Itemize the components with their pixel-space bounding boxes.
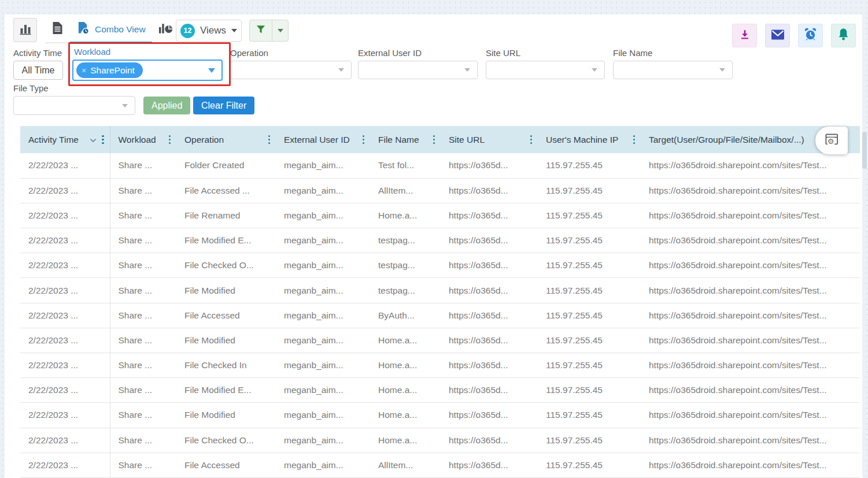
file-type-select[interactable] [13, 96, 135, 115]
column-header-operation[interactable]: Operation [176, 126, 276, 153]
table-cell: meganb_aim... [276, 153, 370, 178]
table-row[interactable]: 2/22/2023 ...Share ...File Accessedmegan… [20, 453, 860, 477]
filter-button[interactable] [250, 20, 272, 41]
table-row[interactable]: 2/22/2023 ...Share ...File Checked Inmeg… [20, 353, 860, 378]
table-cell: Share ... [110, 428, 176, 453]
table-row[interactable]: 2/22/2023 ...Share ...File Modifiedmegan… [20, 278, 860, 303]
column-menu-icon[interactable] [101, 134, 105, 146]
column-chooser-button[interactable]: ⚙ [815, 127, 848, 154]
column-menu-icon[interactable] [267, 134, 272, 146]
table-cell: Home.a... [370, 353, 441, 378]
workload-select[interactable]: × SharePoint [72, 60, 223, 81]
chevron-down-icon [338, 68, 344, 72]
chart-view-button[interactable] [13, 18, 37, 42]
document-icon [51, 21, 64, 37]
table-cell: https://o365d... [441, 178, 538, 203]
clear-filter-button[interactable]: Clear Filter [193, 97, 254, 114]
download-icon [738, 28, 751, 43]
table-row[interactable]: 2/22/2023 ...Share ...Folder Createdmega… [20, 153, 860, 178]
tab-combo-view[interactable]: Combo View [70, 17, 152, 43]
table-cell: https://o365droid.sharepoint.com/sites/T… [641, 228, 860, 253]
filter-dropdown-button[interactable] [272, 20, 288, 41]
table-cell: 115.97.255.45 [538, 378, 641, 403]
bar-chart-icon [19, 22, 32, 38]
table-cell: 2/22/2023 ... [20, 153, 110, 178]
external-user-id-select[interactable] [358, 61, 478, 79]
table-cell: Share ... [110, 328, 176, 353]
funnel-icon [255, 24, 267, 38]
table-cell: https://o365d... [441, 453, 538, 477]
table-row[interactable]: 2/22/2023 ...Share ...File Accessed ...m… [20, 178, 860, 203]
table-cell: File Modified [176, 328, 276, 353]
external-user-id-label: External User ID [358, 48, 422, 58]
table-cell: 2/22/2023 ... [20, 428, 110, 453]
chevron-down-icon [231, 29, 237, 32]
chevron-down-icon [719, 68, 725, 72]
download-button[interactable] [732, 24, 757, 47]
schedule-button[interactable] [798, 24, 823, 47]
remove-chip-icon[interactable]: × [82, 66, 86, 75]
table-row[interactable]: 2/22/2023 ...Share ...File Modifiedmegan… [20, 328, 860, 353]
table-cell: meganb_aim... [276, 428, 370, 453]
table-row[interactable]: 2/22/2023 ...Share ...File Modified E...… [20, 228, 860, 253]
site-url-select[interactable] [486, 61, 605, 79]
table-cell: 2/22/2023 ... [20, 178, 110, 203]
alerts-button[interactable] [831, 24, 856, 47]
table-cell: Test fol... [370, 153, 441, 178]
file-name-label: File Name [613, 48, 652, 58]
table-cell: testpag... [370, 253, 441, 278]
table-cell: File Modified [176, 278, 276, 303]
table-row[interactable]: 2/22/2023 ...Share ...File Modified E...… [20, 378, 860, 403]
table-cell: ByAuth... [370, 303, 441, 328]
column-header-workload[interactable]: Workload [110, 126, 176, 153]
table-header-row: Activity Time Workload Operation [20, 126, 860, 153]
column-menu-icon[interactable] [432, 134, 437, 146]
report-actions [732, 24, 856, 47]
table-cell: Share ... [110, 203, 176, 228]
table-cell: https://o365droid.sharepoint.com/sites/T… [641, 453, 860, 477]
column-header-site-url[interactable]: Site URL [441, 126, 538, 153]
table-row[interactable]: 2/22/2023 ...Share ...File Renamedmeganb… [20, 203, 860, 228]
column-header-external-user-id[interactable]: External User ID [276, 126, 370, 153]
site-url-label: Site URL [486, 48, 520, 58]
table-cell: https://o365d... [441, 278, 538, 303]
table-cell: 2/22/2023 ... [20, 378, 110, 403]
table-cell: meganb_aim... [276, 403, 370, 428]
views-dropdown[interactable]: 12 Views [176, 20, 242, 42]
table-row[interactable]: 2/22/2023 ...Share ...File Checked O...m… [20, 428, 860, 453]
vertical-scrollbar[interactable] [862, 132, 867, 169]
column-header-users-machine-ip[interactable]: User's Machine IP [538, 126, 641, 153]
table-row[interactable]: 2/22/2023 ...Share ...File Checked O...m… [20, 253, 860, 278]
applied-button[interactable]: Applied [143, 97, 190, 114]
column-menu-icon[interactable] [632, 134, 637, 146]
tab-report[interactable] [45, 17, 70, 43]
chevron-down-icon [208, 68, 215, 73]
activity-time-select[interactable]: All Time [13, 61, 63, 80]
tab-combo-view-label: Combo View [95, 24, 146, 35]
table-cell: meganb_aim... [276, 378, 370, 403]
gear-icon: ⚙ [828, 138, 834, 145]
table-cell: meganb_aim... [276, 253, 370, 278]
table-row[interactable]: 2/22/2023 ...Share ...File Accessedmegan… [20, 303, 860, 328]
operation-select[interactable] [230, 61, 352, 79]
table-cell: https://o365droid.sharepoint.com/sites/T… [641, 253, 860, 278]
table-cell: File Modified E... [176, 378, 276, 403]
table-row[interactable]: 2/22/2023 ...Share ...File Modifiedmegan… [20, 403, 860, 428]
column-menu-icon[interactable] [529, 134, 534, 146]
table-cell: https://o365droid.sharepoint.com/sites/T… [641, 153, 860, 178]
sort-chevron-icon[interactable] [90, 135, 97, 145]
table-cell: 115.97.255.45 [538, 353, 641, 378]
file-type-label: File Type [13, 83, 49, 93]
file-name-select[interactable] [613, 61, 733, 79]
column-header-file-name[interactable]: File Name [370, 126, 441, 153]
column-header-activity-time[interactable]: Activity Time [20, 126, 110, 153]
table-cell: https://o365d... [441, 403, 538, 428]
table-cell: AllItem... [370, 453, 441, 477]
column-menu-icon[interactable] [168, 134, 172, 146]
tab-chart-report[interactable] [152, 17, 179, 43]
email-button[interactable] [765, 24, 790, 47]
chevron-down-icon [278, 29, 283, 32]
workload-chip[interactable]: × SharePoint [76, 62, 143, 78]
table-cell: 115.97.255.45 [538, 228, 641, 253]
column-menu-icon[interactable] [361, 134, 366, 146]
